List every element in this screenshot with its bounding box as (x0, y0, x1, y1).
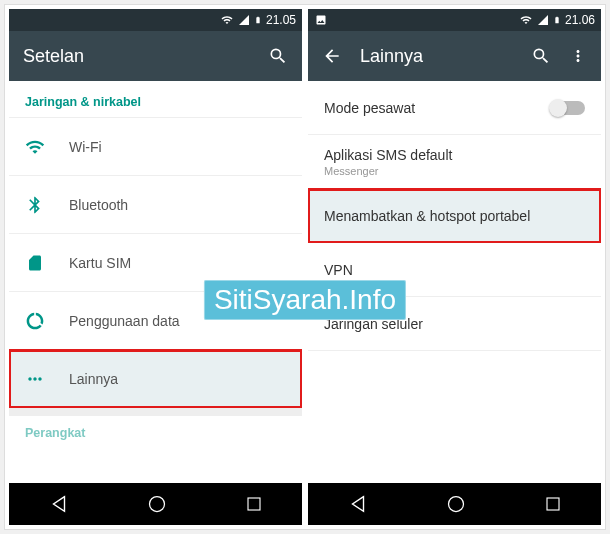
battery-icon (254, 14, 262, 26)
screen-more: 21.06 Lainnya Mode pesawat Aplikasi SMS … (308, 9, 601, 525)
settings-item-label: Mode pesawat (324, 100, 551, 116)
app-bar-title: Setelan (23, 46, 250, 67)
watermark-text: SitiSyarah.Info (204, 280, 406, 320)
svg-point-0 (150, 497, 165, 512)
nav-home-icon[interactable] (147, 494, 167, 514)
navigation-bar (308, 483, 601, 525)
wifi-icon (519, 14, 533, 26)
screen-settings: 21.05 Setelan Jaringan & nirkabel Wi-Fi … (9, 9, 302, 525)
bluetooth-icon (25, 195, 45, 215)
app-bar: Lainnya (308, 31, 601, 81)
more-horizontal-icon (25, 369, 45, 389)
app-bar: Setelan (9, 31, 302, 81)
settings-item-label: Bluetooth (69, 197, 286, 213)
settings-item-label: VPN (324, 262, 585, 278)
settings-item-label: Lainnya (69, 371, 286, 387)
nav-recent-icon[interactable] (245, 495, 263, 513)
settings-item-wifi[interactable]: Wi-Fi (9, 118, 302, 176)
back-arrow-icon[interactable] (322, 46, 342, 66)
settings-item-label: Aplikasi SMS default (324, 147, 585, 163)
image-icon (314, 14, 328, 26)
nav-back-icon[interactable] (347, 493, 369, 515)
section-header-network: Jaringan & nirkabel (9, 81, 302, 118)
settings-item-bluetooth[interactable]: Bluetooth (9, 176, 302, 234)
navigation-bar (9, 483, 302, 525)
wifi-icon (25, 137, 45, 157)
sim-icon (25, 254, 45, 272)
settings-item-label: Wi-Fi (69, 139, 286, 155)
settings-item-tethering[interactable]: Menambatkan & hotspot portabel (308, 189, 601, 243)
search-icon[interactable] (268, 46, 288, 66)
battery-icon (553, 14, 561, 26)
status-time: 21.06 (565, 13, 595, 27)
airplane-toggle[interactable] (551, 101, 585, 115)
status-bar: 21.06 (308, 9, 601, 31)
data-usage-icon (25, 311, 45, 331)
status-bar: 21.05 (9, 9, 302, 31)
nav-back-icon[interactable] (48, 493, 70, 515)
settings-item-airplane[interactable]: Mode pesawat (308, 81, 601, 135)
svg-rect-1 (248, 498, 260, 510)
svg-point-2 (449, 497, 464, 512)
nav-home-icon[interactable] (446, 494, 466, 514)
settings-item-sublabel: Messenger (324, 165, 585, 177)
search-icon[interactable] (531, 46, 551, 66)
wifi-icon (220, 14, 234, 26)
signal-icon (537, 14, 549, 26)
settings-item-default-sms[interactable]: Aplikasi SMS default Messenger (308, 135, 601, 189)
settings-item-label: Menambatkan & hotspot portabel (324, 208, 585, 224)
app-bar-title: Lainnya (360, 46, 513, 67)
overflow-menu-icon[interactable] (569, 46, 587, 66)
status-time: 21.05 (266, 13, 296, 27)
section-header-device: Perangkat (9, 416, 302, 440)
settings-item-more[interactable]: Lainnya (9, 350, 302, 408)
signal-icon (238, 14, 250, 26)
settings-item-label: Kartu SIM (69, 255, 286, 271)
nav-recent-icon[interactable] (544, 495, 562, 513)
svg-rect-3 (547, 498, 559, 510)
